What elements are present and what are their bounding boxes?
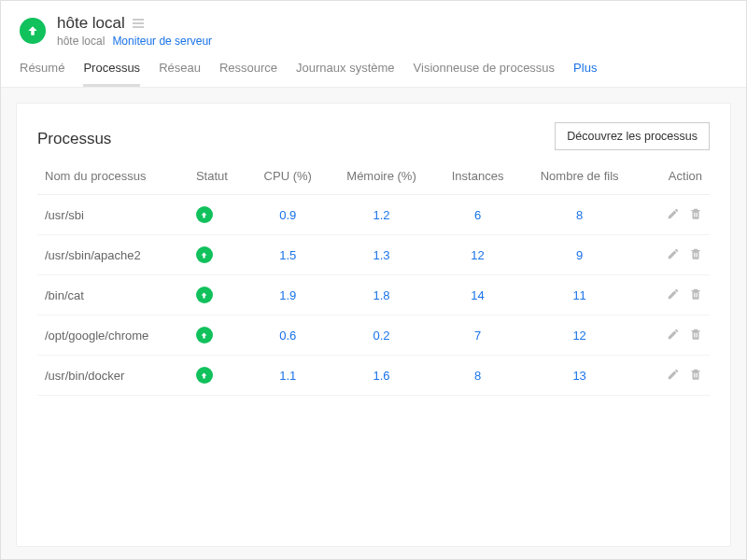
process-actions	[639, 356, 710, 396]
host-status-icon	[20, 18, 46, 44]
process-status	[189, 356, 248, 396]
process-threads[interactable]: 12	[520, 315, 639, 356]
status-up-icon	[196, 287, 213, 303]
content-area: Découvrez les processus Processus Nom du…	[1, 88, 746, 560]
process-memory[interactable]: 1.6	[328, 356, 435, 396]
delete-icon[interactable]	[689, 247, 702, 263]
col-name: Nom du processus	[37, 158, 189, 195]
table-row: /usr/sbi 0.9 1.2 6 8	[37, 195, 710, 235]
process-name: /bin/cat	[37, 275, 189, 315]
col-status: Statut	[189, 158, 248, 195]
process-cpu[interactable]: 1.1	[247, 356, 328, 396]
process-status	[189, 195, 248, 235]
process-name: /usr/sbin/apache2	[37, 235, 189, 275]
process-actions	[639, 315, 710, 356]
process-threads[interactable]: 8	[520, 195, 639, 235]
process-panel: Découvrez les processus Processus Nom du…	[16, 103, 731, 547]
col-memory: Mémoire (%)	[328, 158, 435, 195]
tab-processus[interactable]: Processus	[83, 61, 140, 87]
edit-icon[interactable]	[667, 368, 680, 384]
table-row: /opt/google/chrome 0.6 0.2 7 12	[37, 315, 710, 356]
edit-icon[interactable]	[667, 247, 680, 263]
process-cpu[interactable]: 1.9	[247, 275, 328, 315]
process-table: Nom du processus Statut CPU (%) Mémoire …	[37, 158, 710, 396]
col-threads: Nombre de fils	[520, 158, 639, 195]
host-title: hôte local	[57, 14, 125, 33]
process-status	[189, 235, 248, 275]
col-cpu: CPU (%)	[247, 158, 328, 195]
process-memory[interactable]: 1.2	[328, 195, 435, 235]
status-up-icon	[196, 327, 213, 343]
delete-icon[interactable]	[689, 368, 702, 384]
hamburger-icon[interactable]	[133, 19, 144, 28]
monitor-link[interactable]: Moniteur de serveur	[112, 35, 212, 48]
edit-icon[interactable]	[667, 328, 680, 343]
tab-plus[interactable]: Plus	[573, 61, 597, 87]
process-actions	[639, 235, 710, 275]
process-threads[interactable]: 9	[520, 235, 639, 275]
host-subtitle: hôte local	[57, 35, 105, 48]
process-name: /usr/bin/docker	[37, 356, 189, 396]
delete-icon[interactable]	[689, 287, 702, 303]
process-instances[interactable]: 14	[435, 275, 520, 315]
process-memory[interactable]: 1.3	[328, 235, 435, 275]
tab-reseau[interactable]: Réseau	[159, 61, 201, 87]
status-up-icon	[196, 246, 213, 263]
col-action: Action	[639, 158, 710, 195]
edit-icon[interactable]	[667, 207, 680, 223]
table-row: /usr/sbin/apache2 1.5 1.3 12 9	[37, 235, 710, 275]
tab-resume[interactable]: Résumé	[20, 61, 64, 87]
process-name: /usr/sbi	[37, 195, 189, 235]
process-status	[189, 315, 248, 356]
status-up-icon	[196, 206, 213, 223]
discover-processes-button[interactable]: Découvrez les processus	[555, 122, 710, 150]
table-row: /bin/cat 1.9 1.8 14 11	[37, 275, 710, 315]
page-header: hôte local hôte local Moniteur de serveu…	[1, 1, 746, 48]
edit-icon[interactable]	[667, 287, 680, 303]
process-instances[interactable]: 6	[435, 195, 520, 235]
process-threads[interactable]: 11	[520, 275, 639, 315]
process-cpu[interactable]: 0.6	[247, 315, 328, 356]
process-instances[interactable]: 7	[435, 315, 520, 356]
col-instances: Instances	[435, 158, 520, 195]
table-row: /usr/bin/docker 1.1 1.6 8 13	[37, 356, 710, 396]
status-up-icon	[196, 367, 213, 384]
process-threads[interactable]: 13	[520, 356, 639, 396]
tabs-nav: Résumé Processus Réseau Ressource Journa…	[1, 48, 746, 88]
process-cpu[interactable]: 1.5	[247, 235, 328, 275]
process-memory[interactable]: 0.2	[328, 315, 435, 356]
process-cpu[interactable]: 0.9	[247, 195, 328, 235]
delete-icon[interactable]	[689, 207, 702, 223]
process-status	[189, 275, 248, 315]
process-memory[interactable]: 1.8	[328, 275, 435, 315]
process-instances[interactable]: 12	[435, 235, 520, 275]
process-instances[interactable]: 8	[435, 356, 520, 396]
tab-journaux[interactable]: Journaux système	[296, 61, 395, 87]
process-actions	[639, 275, 710, 315]
delete-icon[interactable]	[689, 328, 702, 343]
tab-ressource[interactable]: Ressource	[219, 61, 277, 87]
process-name: /opt/google/chrome	[37, 315, 189, 356]
process-actions	[639, 195, 710, 235]
tab-visionneuse[interactable]: Visionneuse de processus	[414, 61, 556, 87]
